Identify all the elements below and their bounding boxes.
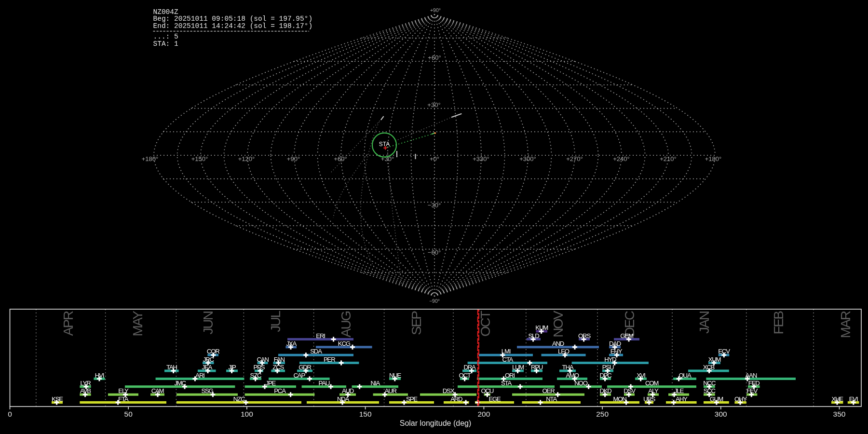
- svg-text:End: 20251011 14:24:42 (sol =: End: 20251011 14:24:42 (sol = 198.17°): [153, 22, 313, 30]
- svg-text:SLD: SLD: [528, 332, 539, 339]
- svg-text:AHY: AHY: [676, 395, 688, 403]
- svg-text:GDR: GDR: [298, 364, 311, 371]
- svg-text:+270°: +270°: [566, 155, 583, 163]
- svg-text:ELY: ELY: [118, 387, 129, 394]
- svg-text:JRC: JRC: [203, 356, 215, 363]
- svg-text:ORS: ORS: [578, 332, 591, 339]
- svg-text:XVI: XVI: [637, 372, 645, 379]
- svg-text:250: 250: [596, 410, 609, 418]
- svg-text:+30°: +30°: [427, 101, 440, 108]
- svg-text:ARI: ARI: [195, 372, 204, 379]
- svg-text:Solar longitude (deg): Solar longitude (deg): [400, 419, 472, 427]
- svg-text:PCA: PCA: [274, 387, 286, 394]
- svg-text:KCG: KCG: [338, 340, 351, 347]
- svg-text:OCU: OCU: [481, 387, 493, 394]
- svg-text:GEM: GEM: [620, 332, 633, 339]
- svg-text:COM: COM: [645, 380, 658, 387]
- svg-text:+0°: +0°: [430, 155, 439, 163]
- svg-text:JEA: JEA: [202, 364, 213, 371]
- svg-text:EGE: EGE: [488, 395, 501, 403]
- svg-text:NZC: NZC: [233, 395, 245, 403]
- svg-text:JUN: JUN: [201, 312, 216, 334]
- svg-text:ERI: ERI: [316, 332, 325, 339]
- svg-text:NOO: NOO: [574, 380, 587, 387]
- svg-text:AAN: AAN: [745, 372, 757, 379]
- svg-text:SZC: SZC: [250, 372, 262, 379]
- svg-text:FEB: FEB: [771, 311, 786, 335]
- svg-text:JLE: JLE: [674, 387, 684, 394]
- svg-text:JAN: JAN: [697, 312, 712, 334]
- svg-text:PPS: PPS: [254, 364, 265, 371]
- svg-text:SSG: SSG: [201, 387, 213, 394]
- svg-text:+60°: +60°: [334, 155, 347, 163]
- svg-text:THA: THA: [562, 364, 574, 371]
- svg-text:NDA: NDA: [337, 395, 350, 403]
- svg-text:XUM: XUM: [708, 356, 721, 363]
- svg-text:STA: 1: STA: 1: [153, 40, 178, 48]
- svg-text:PAU: PAU: [319, 380, 330, 387]
- svg-text:−30°: −30°: [428, 202, 441, 209]
- svg-text:QUA: QUA: [679, 372, 692, 379]
- svg-text:−60°: −60°: [428, 249, 441, 256]
- svg-text:FED: FED: [748, 380, 760, 387]
- svg-text:FAN: FAN: [274, 356, 285, 363]
- svg-text:−90°: −90°: [429, 298, 440, 304]
- svg-text:OCT: OCT: [459, 372, 471, 379]
- svg-text:JUL: JUL: [268, 311, 283, 332]
- svg-text:+180°: +180°: [705, 155, 721, 163]
- svg-text:ZCS: ZCS: [272, 364, 284, 371]
- svg-text:CAM: CAM: [151, 387, 164, 394]
- svg-text:FEV: FEV: [746, 387, 758, 394]
- svg-text:+120°: +120°: [238, 155, 255, 163]
- svg-text:GUM: GUM: [710, 395, 723, 403]
- svg-text:MON: MON: [613, 395, 626, 403]
- svg-text:TAH: TAH: [166, 364, 177, 371]
- svg-text:JIP: JIP: [228, 364, 236, 371]
- svg-text:PSU: PSU: [602, 364, 614, 371]
- svg-text:+240°: +240°: [613, 155, 629, 163]
- svg-text:+60°: +60°: [428, 54, 441, 61]
- svg-text:OER: OER: [542, 387, 555, 394]
- svg-text:+330°: +330°: [473, 155, 489, 163]
- svg-text:SPE: SPE: [406, 395, 418, 403]
- svg-text:FTA: FTA: [118, 395, 129, 403]
- svg-text:+210°: +210°: [660, 155, 676, 163]
- svg-text:DPC: DPC: [599, 372, 612, 379]
- svg-text:0: 0: [8, 410, 12, 418]
- svg-text:200: 200: [477, 410, 490, 418]
- svg-text:150: 150: [359, 410, 372, 418]
- svg-text:DRA: DRA: [463, 364, 476, 371]
- svg-text:DAD: DAD: [609, 340, 621, 347]
- svg-text:AUR: AUR: [385, 387, 397, 394]
- svg-text:350: 350: [833, 410, 846, 418]
- svg-text:NOV: NOV: [551, 311, 566, 338]
- svg-text:OHY: OHY: [734, 395, 747, 403]
- svg-text:DSX: DSX: [443, 387, 455, 394]
- svg-text:KUM: KUM: [535, 324, 548, 331]
- svg-text:Beg: 20251011 09:05:18 (sol =: Beg: 20251011 09:05:18 (sol = 197.95°): [153, 15, 313, 23]
- svg-text:50: 50: [124, 410, 133, 418]
- svg-text:EVI: EVI: [849, 395, 858, 403]
- svg-text:AUD: AUD: [342, 387, 354, 394]
- svg-text:NZ004Z: NZ004Z: [153, 8, 179, 16]
- svg-text:+300°: +300°: [519, 155, 536, 163]
- svg-text:APR: APR: [61, 311, 76, 336]
- svg-text:ECV: ECV: [718, 348, 730, 355]
- svg-text:SCC: SCC: [704, 387, 716, 394]
- svg-text:LMI: LMI: [502, 348, 511, 355]
- svg-text:EHY: EHY: [610, 348, 623, 355]
- svg-text:LEO: LEO: [558, 348, 570, 355]
- svg-text:SDA: SDA: [310, 348, 322, 355]
- svg-text:PER: PER: [324, 356, 335, 363]
- svg-text:HVI: HVI: [95, 372, 104, 379]
- svg-text:JMC: JMC: [174, 380, 186, 387]
- svg-text:MAR: MAR: [838, 311, 853, 338]
- svg-text:XHE: XHE: [831, 395, 843, 403]
- svg-text:STA: STA: [379, 141, 390, 148]
- svg-text:JPE: JPE: [266, 380, 276, 387]
- svg-text:ALY: ALY: [648, 387, 659, 394]
- svg-text:DSV: DSV: [624, 387, 636, 394]
- svg-text:AVB: AVB: [80, 387, 91, 394]
- svg-text:OCT: OCT: [478, 311, 493, 337]
- svg-text:STA: STA: [501, 380, 512, 387]
